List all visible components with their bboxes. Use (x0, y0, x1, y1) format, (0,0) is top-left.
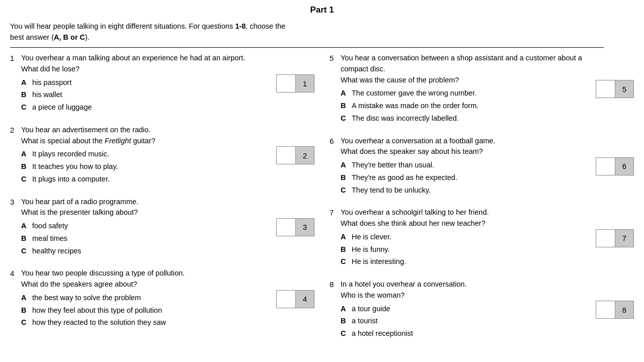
option-row: CThe disc was incorrectly labelled. (341, 113, 591, 124)
option-text: a tourist (352, 316, 378, 327)
question-content: In a hotel you overhear a conversation.W… (341, 279, 591, 341)
question-content: You hear two people discussing a type of… (21, 268, 271, 330)
option-letter: A (21, 77, 32, 88)
option-letter: A (341, 232, 352, 243)
question-number: 8 (330, 280, 341, 289)
question-content: You hear an advertisement on the radio.W… (21, 125, 271, 187)
question-text: You hear a conversation between a shop a… (341, 53, 591, 85)
option-letter: B (341, 316, 352, 327)
answer-box[interactable]: 5 (596, 80, 634, 98)
question-text: You hear an advertisement on the radio.W… (21, 125, 271, 147)
option-row: BA mistake was made on the order form. (341, 101, 591, 112)
left-column: 1You overhear a man talking about an exp… (10, 53, 314, 351)
answer-box[interactable]: 6 (596, 157, 634, 175)
option-row: Chow they reacted to the solution they s… (21, 317, 271, 328)
option-row: Ca hotel receptionist (341, 328, 591, 339)
question-content: You overhear a schoolgirl talking to her… (341, 207, 591, 269)
question-number: 6 (330, 137, 341, 145)
question-content: You hear part of a radio programme.What … (21, 197, 271, 258)
option-text: a tour guide (352, 304, 390, 315)
question-text: You hear part of a radio programme.What … (21, 197, 271, 219)
option-letter: C (21, 174, 32, 185)
question-block: 6You overhear a conversation at a footba… (330, 136, 634, 198)
option-row: BIt teaches you how to play. (21, 161, 271, 172)
option-row: AHe is clever. (341, 232, 591, 243)
option-letter: A (21, 293, 32, 304)
options-list: Aa tour guideBa touristCa hotel receptio… (341, 304, 591, 339)
option-row: AThey're better than usual. (341, 160, 591, 171)
answer-box[interactable]: 1 (276, 74, 314, 93)
option-letter: A (341, 88, 352, 99)
option-letter: C (21, 317, 32, 328)
question-number: 7 (330, 208, 341, 217)
option-row: CThey tend to be unlucky. (341, 185, 591, 196)
options-list: AIt plays recorded music.BIt teaches you… (21, 149, 271, 185)
option-letter: B (21, 89, 32, 101)
option-letter: C (21, 102, 32, 113)
option-row: CIt plugs into a computer. (21, 174, 271, 185)
option-row: CHe is interesting. (341, 256, 591, 267)
option-text: They're as good as he expected. (352, 172, 457, 184)
answer-box[interactable]: 2 (276, 146, 314, 164)
question-block: 2You hear an advertisement on the radio.… (10, 125, 314, 187)
option-letter: A (341, 160, 352, 171)
option-letter: C (341, 185, 352, 196)
option-row: Bhis wallet (21, 89, 271, 101)
option-text: They tend to be unlucky. (352, 185, 431, 196)
options-list: AThey're better than usual.BThey're as g… (341, 160, 591, 196)
question-block: 4You hear two people discussing a type o… (10, 268, 314, 330)
answer-box[interactable]: 7 (596, 229, 634, 247)
option-letter: B (21, 233, 32, 244)
answer-box[interactable]: 8 (596, 301, 634, 319)
answer-box[interactable]: 4 (276, 290, 314, 308)
option-text: healthy recipes (32, 246, 82, 257)
question-block: 3You hear part of a radio programme.What… (10, 197, 314, 258)
option-letter: C (341, 256, 352, 267)
option-row: BHe is funny. (341, 244, 591, 255)
option-text: He is clever. (352, 232, 391, 243)
option-letter: B (21, 305, 32, 316)
option-text: He is interesting. (352, 256, 406, 267)
option-letter: B (341, 244, 352, 255)
question-number: 5 (330, 54, 341, 62)
option-letter: B (341, 101, 352, 112)
right-column: 5You hear a conversation between a shop … (330, 53, 634, 351)
option-letter: C (341, 328, 352, 339)
options-list: Afood safetyBmeal timesChealthy recipes (21, 221, 271, 256)
option-row: Athe best way to solve the problem (21, 293, 271, 304)
option-text: how they feel about this type of polluti… (32, 305, 162, 316)
option-row: AIt plays recorded music. (21, 149, 271, 160)
option-text: It plays recorded music. (32, 149, 109, 160)
option-row: Bhow they feel about this type of pollut… (21, 305, 271, 316)
question-number: 2 (10, 126, 21, 134)
question-number: 1 (10, 54, 21, 62)
option-letter: A (341, 304, 352, 315)
option-text: The customer gave the wrong number. (352, 88, 476, 99)
question-text: You overhear a schoolgirl talking to her… (341, 207, 591, 229)
option-letter: B (341, 172, 352, 184)
option-text: It teaches you how to play. (32, 161, 118, 172)
option-letter: A (21, 149, 32, 160)
option-text: the best way to solve the problem (32, 293, 141, 304)
question-text: You hear two people discussing a type of… (21, 268, 271, 290)
option-text: his wallet (32, 89, 62, 101)
answer-box[interactable]: 3 (276, 218, 314, 236)
option-text: how they reacted to the solution they sa… (32, 317, 166, 328)
question-content: You hear a conversation between a shop a… (341, 53, 591, 126)
option-text: a hotel receptionist (352, 328, 413, 339)
option-text: a piece of luggage (32, 102, 92, 113)
option-text: A mistake was made on the order form. (352, 101, 478, 112)
options-list: Ahis passportBhis walletCa piece of lugg… (21, 77, 271, 113)
option-letter: B (21, 161, 32, 172)
options-list: AHe is clever.BHe is funny.CHe is intere… (341, 232, 591, 267)
option-letter: C (341, 113, 352, 124)
option-row: Ahis passport (21, 77, 271, 88)
question-block: 8In a hotel you overhear a conversation.… (330, 279, 634, 341)
option-text: meal times (32, 233, 67, 244)
question-content: You overhear a conversation at a footbal… (341, 136, 591, 198)
option-row: Chealthy recipes (21, 246, 271, 257)
question-block: 1You overhear a man talking about an exp… (10, 53, 314, 115)
option-text: They're better than usual. (352, 160, 434, 171)
option-row: Bmeal times (21, 233, 271, 244)
question-number: 4 (10, 269, 21, 278)
